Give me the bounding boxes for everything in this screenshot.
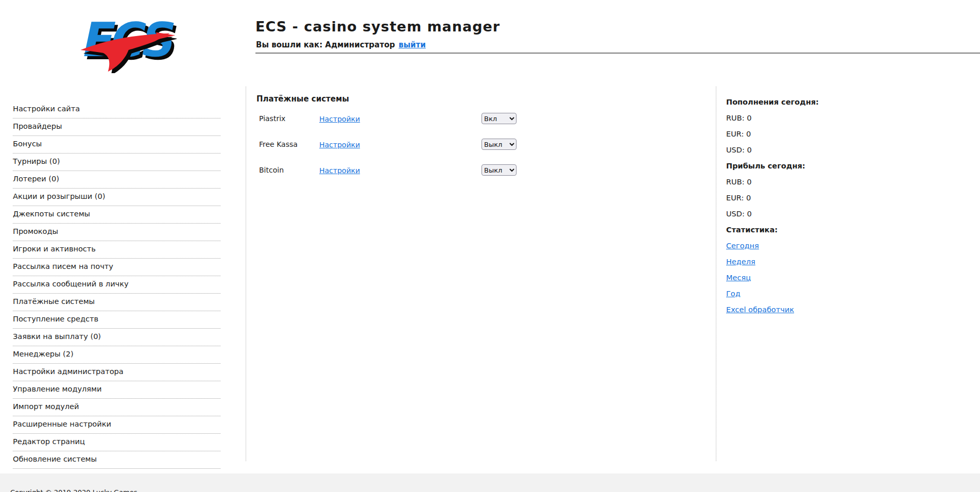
sidebar-menu-item[interactable]: Расширенные настройки [13, 416, 220, 434]
page-title: ECS - casino system manager [255, 19, 500, 35]
statistics-link-row: Excel обработчик [726, 301, 891, 317]
statistics-period-link[interactable]: Год [726, 290, 741, 298]
payment-row: Piastrix Настройки ВклВыкл [259, 106, 547, 131]
sidebar-menu-item[interactable]: Игроки и активность [13, 241, 220, 259]
sidebar-menu-item[interactable]: Турниры (0) [13, 154, 220, 171]
sidebar-menu-item[interactable]: Платёжные системы [13, 294, 220, 311]
copyright-text: Copyright © 2019-2020 Lucky Games [10, 488, 137, 492]
payment-settings-cell: Настройки [319, 114, 482, 124]
login-status: Вы вошли как: Администраторвыйти [256, 40, 426, 49]
payment-settings-cell: Настройки [319, 140, 482, 149]
payment-state-select[interactable]: ВклВыкл [482, 139, 517, 150]
statistics-period-link[interactable]: Сегодня [726, 242, 759, 250]
payments-heading: Платёжные системы [256, 94, 349, 104]
sidebar-menu-item[interactable]: Менеджеры (2) [13, 346, 220, 364]
statistics-link-row: Неделя [726, 253, 891, 269]
login-status-text: Вы вошли как: Администратор [256, 40, 395, 49]
deposit-value: USD: 0 [726, 142, 891, 158]
sidebar-menu-item[interactable]: Рассылка писем на почту [13, 259, 220, 276]
profit-values: RUB: 0 EUR: 0 USD: 0 [726, 174, 891, 222]
sidebar-menu-item[interactable]: Лотереи (0) [13, 171, 220, 189]
sidebar-menu-item[interactable]: Обновление системы [13, 451, 220, 469]
profit-heading: Прибыль сегодня: [726, 158, 891, 174]
divider-sidebar-main [246, 87, 246, 461]
statistics-period-link[interactable]: Месяц [726, 274, 751, 282]
statistics-links: Сегодня Неделя Месяц Год Excel обработчи… [726, 237, 891, 317]
payment-name: Free Kassa [259, 140, 319, 148]
sidebar-menu-item[interactable]: Настройки администратора [13, 364, 220, 381]
sidebar-menu-item[interactable]: Джекпоты системы [13, 206, 220, 224]
sidebar-menu-item[interactable]: Настройки сайта [13, 101, 220, 118]
deposits-heading: Пополнения сегодня: [726, 94, 891, 110]
statistics-link-row: Год [726, 285, 891, 301]
sidebar-menu-item[interactable]: Заявки на выплату (0) [13, 329, 220, 346]
payments-list: Piastrix Настройки ВклВыкл Free Kassa На… [259, 106, 547, 183]
statistics-period-link[interactable]: Неделя [726, 258, 755, 266]
statistics-link-row: Сегодня [726, 237, 891, 253]
payment-settings-link[interactable]: Настройки [319, 115, 360, 123]
admin-page: ECS ECS ECS - casino system manager Вы в… [0, 0, 980, 492]
payment-settings-link[interactable]: Настройки [319, 141, 360, 149]
sidebar-menu-item[interactable]: Акции и розыгрыши (0) [13, 189, 220, 206]
divider-main-stats [716, 87, 716, 461]
profit-value: USD: 0 [726, 206, 891, 222]
sidebar-menu-item[interactable]: Промокоды [13, 224, 220, 241]
payment-row: Bitcoin Настройки ВклВыкл [259, 157, 547, 183]
sidebar-menu-item[interactable]: Импорт модулей [13, 399, 220, 416]
profit-value: EUR: 0 [726, 190, 891, 206]
payment-state-select[interactable]: ВклВыкл [482, 113, 517, 124]
sidebar-menu-item[interactable]: Рассылка сообщений в личку [13, 276, 220, 294]
logout-link[interactable]: выйти [399, 40, 426, 49]
sidebar-menu-item[interactable]: Редактор страниц [13, 434, 220, 451]
sidebar-menu-item[interactable]: Поступление средств [13, 311, 220, 329]
footer: Copyright © 2019-2020 Lucky Games [0, 473, 980, 492]
sidebar-menu-item[interactable]: Бонусы [13, 136, 220, 154]
profit-value: RUB: 0 [726, 174, 891, 190]
payment-settings-link[interactable]: Настройки [319, 166, 360, 175]
stats-panel: Пополнения сегодня: RUB: 0 EUR: 0 USD: 0… [726, 94, 891, 317]
payment-row: Free Kassa Настройки ВклВыкл [259, 131, 547, 157]
statistics-period-link[interactable]: Excel обработчик [726, 306, 794, 314]
ecs-logo[interactable]: ECS ECS [74, 8, 177, 73]
deposits-values: RUB: 0 EUR: 0 USD: 0 [726, 110, 891, 158]
sidebar-menu: Настройки сайта Провайдеры Бонусы Турнир… [13, 101, 220, 469]
payment-name: Piastrix [259, 114, 319, 123]
sidebar-menu-item[interactable]: Провайдеры [13, 118, 220, 136]
payment-settings-cell: Настройки [319, 165, 482, 175]
header-divider [255, 53, 980, 54]
payment-state-select[interactable]: ВклВыкл [482, 164, 517, 176]
deposit-value: EUR: 0 [726, 126, 891, 142]
deposit-value: RUB: 0 [726, 110, 891, 126]
sidebar-menu-item[interactable]: Управление модулями [13, 381, 220, 399]
payment-name: Bitcoin [259, 166, 319, 174]
statistics-heading: Статистика: [726, 222, 891, 237]
statistics-link-row: Месяц [726, 269, 891, 285]
